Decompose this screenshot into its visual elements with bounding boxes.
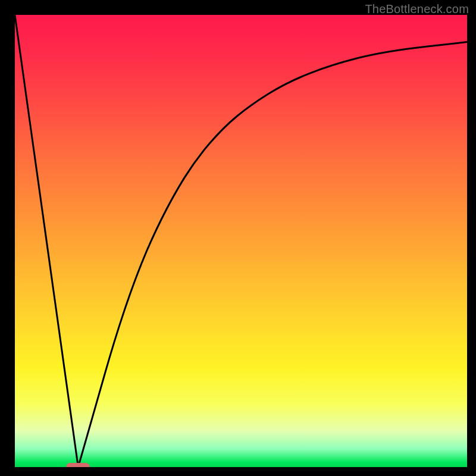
bottleneck-curve [15,15,467,467]
plot-area [15,15,467,467]
curve-left-branch [15,15,78,467]
chart-container: TheBottleneck.com [0,0,476,476]
curve-right-branch [78,42,467,467]
optimal-point-marker [66,463,90,467]
watermark-text: TheBottleneck.com [365,2,469,16]
